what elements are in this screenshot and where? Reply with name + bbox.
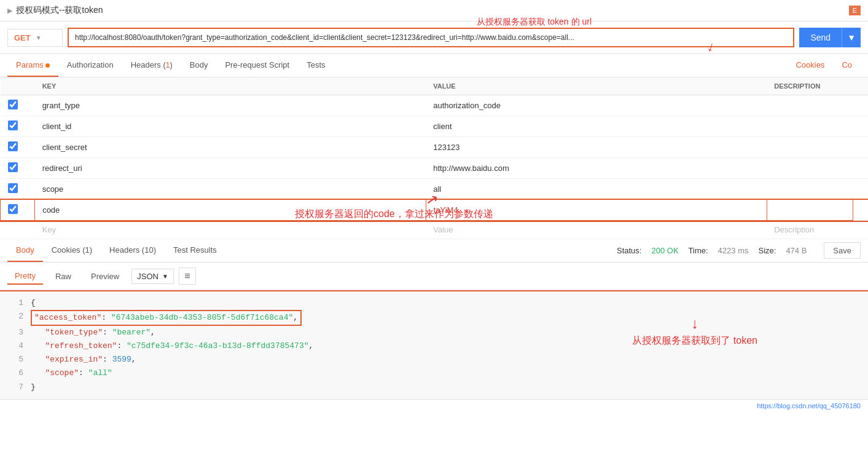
size-value: 474 B bbox=[786, 246, 807, 255]
expand-arrow[interactable]: ▶ bbox=[7, 7, 12, 15]
send-button[interactable]: Send ▼ bbox=[799, 28, 861, 47]
response-tabs-bar: Body Cookies (1) Headers (10) Test Resul… bbox=[0, 239, 868, 263]
access-token-highlight: "access_token": "6743abeb-34db-4353-805f… bbox=[31, 310, 302, 326]
params-table: KEY VALUE DESCRIPTION grant_type authori… bbox=[0, 77, 868, 239]
code-line-3: 3 "token_type": "bearer", bbox=[0, 326, 868, 339]
row2-desc bbox=[767, 116, 853, 137]
url-input[interactable] bbox=[68, 28, 794, 47]
code-line-1: 1 { bbox=[0, 296, 868, 310]
code-line-5: 5 "expires_in": 3599, bbox=[0, 353, 868, 366]
save-button[interactable]: Save bbox=[824, 242, 861, 259]
tab-co[interactable]: Co bbox=[833, 54, 861, 77]
tab-cookies[interactable]: Cookies bbox=[787, 54, 833, 77]
response-tab-test-results[interactable]: Test Results bbox=[165, 239, 225, 262]
table-row: client_secret 123123 bbox=[1, 137, 869, 158]
status-value: 200 OK bbox=[651, 246, 678, 255]
line-num-7: 7 bbox=[5, 381, 23, 394]
tab-pre-request[interactable]: Pre-request Script bbox=[216, 54, 298, 77]
line-num-3: 3 bbox=[5, 326, 23, 339]
row2-value: client bbox=[426, 116, 767, 137]
row6-key: code bbox=[35, 200, 426, 221]
corner-label: E bbox=[849, 6, 861, 15]
view-raw-button[interactable]: Raw bbox=[48, 269, 79, 284]
table-row: scope all bbox=[1, 179, 869, 200]
params-badge bbox=[45, 63, 50, 68]
size-label: Size: bbox=[758, 246, 776, 255]
code-line-2: 2 "access_token": "6743abeb-34db-4353-80… bbox=[0, 310, 868, 326]
row6-value: taYiM4 bbox=[426, 200, 767, 221]
row5-checkbox[interactable] bbox=[8, 183, 18, 193]
time-label: Time: bbox=[689, 246, 708, 255]
bottom-bar: https://blog.csdn.net/qq_45076180 bbox=[0, 399, 868, 412]
format-label: JSON bbox=[137, 272, 158, 281]
row4-key: redirect_uri bbox=[35, 158, 426, 179]
tab-params[interactable]: Params bbox=[7, 54, 58, 77]
line-num-6: 6 bbox=[5, 366, 23, 380]
row1-key: grant_type bbox=[35, 95, 426, 116]
row2-key: client_id bbox=[35, 116, 426, 137]
code-line-7: 7 } bbox=[0, 381, 868, 394]
tab-authorization[interactable]: Authorization bbox=[58, 54, 122, 77]
row4-checkbox[interactable] bbox=[8, 162, 18, 172]
time-value: 4223 ms bbox=[718, 246, 749, 255]
table-row: redirect_uri http://www.baidu.com bbox=[1, 158, 869, 179]
row6-checkbox[interactable] bbox=[8, 204, 18, 214]
row3-key: client_secret bbox=[35, 137, 426, 158]
code-line-4: 4 "refresh_token": "c75dfe34-9f3c-46a3-b… bbox=[0, 339, 868, 353]
line-num-4: 4 bbox=[5, 339, 23, 353]
url-bar: GET ▼ Send ▼ bbox=[0, 22, 868, 54]
view-preview-button[interactable]: Preview bbox=[84, 269, 127, 284]
placeholder-value: Value bbox=[426, 221, 767, 239]
format-chevron-icon: ▼ bbox=[162, 273, 168, 280]
line-num-5: 5 bbox=[5, 353, 23, 366]
response-tab-headers[interactable]: Headers (10) bbox=[101, 239, 165, 262]
row5-key: scope bbox=[35, 179, 426, 200]
row1-checkbox[interactable] bbox=[8, 100, 18, 109]
response-code-block: 1 { 2 "access_token": "6743abeb-34db-435… bbox=[0, 290, 868, 399]
view-pretty-button[interactable]: Pretty bbox=[7, 268, 43, 285]
row2-checkbox[interactable] bbox=[8, 121, 18, 130]
response-tab-cookies[interactable]: Cookies (1) bbox=[43, 239, 101, 262]
response-body-controls: Pretty Raw Preview JSON ▼ ≡ bbox=[0, 263, 868, 290]
send-label: Send bbox=[799, 28, 842, 47]
row3-value: 123123 bbox=[426, 137, 767, 158]
placeholder-desc: Description bbox=[767, 221, 853, 239]
response-tab-body[interactable]: Body bbox=[7, 239, 43, 262]
row3-checkbox[interactable] bbox=[8, 141, 18, 151]
placeholder-key: Key bbox=[35, 221, 426, 239]
table-row: client_id client bbox=[1, 116, 869, 137]
row6-desc bbox=[767, 200, 853, 221]
table-row-code: code taYiM4 bbox=[1, 200, 869, 221]
row1-value: authorization_code bbox=[426, 95, 767, 116]
row4-desc bbox=[767, 158, 853, 179]
method-label: GET bbox=[14, 33, 31, 42]
page-title: 授权码模式--获取token bbox=[16, 5, 103, 16]
method-selector[interactable]: GET ▼ bbox=[7, 29, 63, 47]
method-chevron-icon: ▼ bbox=[36, 34, 42, 41]
tab-headers[interactable]: Headers (1) bbox=[122, 54, 181, 77]
tab-body[interactable]: Body bbox=[181, 54, 217, 77]
format-selector[interactable]: JSON ▼ bbox=[131, 269, 174, 284]
line-num-1: 1 bbox=[5, 296, 23, 310]
row5-value: all bbox=[426, 179, 767, 200]
row5-desc bbox=[767, 179, 853, 200]
status-label: Status: bbox=[617, 246, 641, 255]
tabs-bar: Params Authorization Headers (1) Body Pr… bbox=[0, 54, 868, 77]
col-header-key: KEY bbox=[35, 77, 426, 95]
tab-tests[interactable]: Tests bbox=[298, 54, 334, 77]
send-chevron-icon[interactable]: ▼ bbox=[842, 28, 861, 47]
line-num-2: 2 bbox=[5, 310, 23, 326]
table-row-placeholder: Key Value Description bbox=[1, 221, 869, 239]
row1-desc bbox=[767, 95, 853, 116]
bottom-link: https://blog.csdn.net/qq_45076180 bbox=[757, 402, 861, 410]
row3-desc bbox=[767, 137, 853, 158]
row4-value: http://www.baidu.com bbox=[426, 158, 767, 179]
wrap-button[interactable]: ≡ bbox=[179, 267, 196, 285]
table-row: grant_type authorization_code bbox=[1, 95, 869, 116]
col-header-description: DESCRIPTION bbox=[767, 77, 853, 95]
code-line-6: 6 "scope": "all" bbox=[0, 366, 868, 380]
col-header-value: VALUE bbox=[426, 77, 767, 95]
